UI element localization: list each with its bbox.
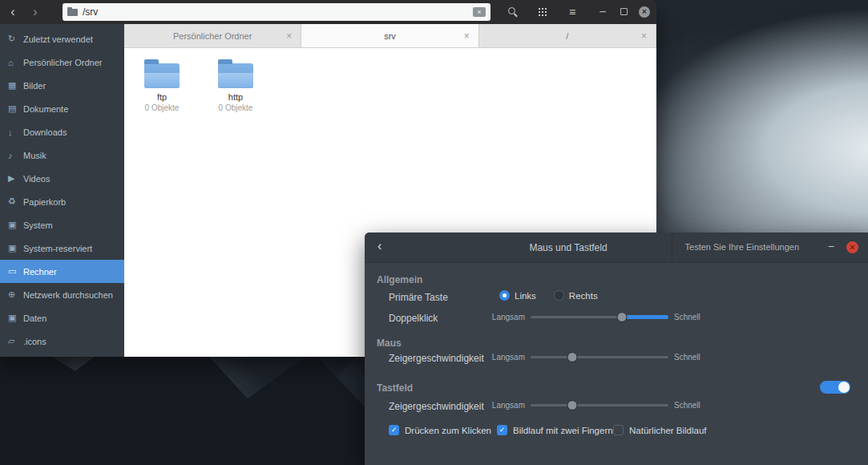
file-item-count: 0 Objekte: [205, 103, 266, 112]
test-settings-button[interactable]: Testen Sie Ihre Einstellungen: [672, 232, 812, 263]
sidebar-item-music[interactable]: ♪ Musik: [0, 144, 124, 167]
trash-icon: ♻: [8, 196, 23, 207]
sidebar-item-system[interactable]: ▣ System: [0, 213, 124, 237]
natural-scroll-option[interactable]: Natürlicher Bildlauf: [613, 425, 707, 435]
sidebar-item-data[interactable]: ▣ Daten: [0, 306, 124, 330]
documents-icon: ▤: [8, 103, 23, 114]
radio-left[interactable]: [499, 290, 510, 301]
slider-knob[interactable]: [567, 352, 577, 362]
slider-knob[interactable]: [567, 400, 577, 410]
disk-icon: ▣: [8, 313, 23, 323]
sidebar-item-label: Videos: [23, 174, 50, 184]
sidebar-item-label: Bilder: [23, 81, 46, 91]
section-heading-mouse: Maus: [377, 338, 402, 349]
touchpad-speed-slider-row: Langsam Schnell: [491, 400, 700, 410]
tab-srv[interactable]: srv ×: [301, 24, 478, 47]
mouse-touchpad-settings-window: ‹ Maus und Tastfeld Testen Sie Ihre Eins…: [365, 232, 868, 465]
slider-slow-label: Langsam: [491, 313, 525, 321]
tap-to-click-checkbox[interactable]: [389, 425, 399, 435]
sidebar-item-label: Rechner: [23, 267, 57, 277]
tab-close-icon[interactable]: ×: [464, 30, 470, 42]
slider-track: [531, 404, 668, 406]
tab-root[interactable]: / ×: [479, 24, 656, 47]
folder-icon: [218, 63, 253, 88]
sidebar-item-label: Downloads: [23, 127, 67, 137]
back-button[interactable]: ‹: [5, 0, 21, 24]
sidebar-item-videos[interactable]: ▶ Videos: [0, 167, 124, 190]
sidebar-item-trash[interactable]: ♻ Papierkorb: [0, 190, 124, 213]
touchpad-speed-slider[interactable]: [531, 400, 668, 410]
sidebar-item-label: Zuletzt verwendet: [23, 34, 93, 44]
tap-to-click-option[interactable]: Drücken zum Klicken: [389, 425, 491, 435]
path-bar-input[interactable]: /srv: [63, 3, 491, 21]
close-button[interactable]: [846, 241, 858, 253]
two-finger-scroll-checkbox[interactable]: [497, 425, 507, 435]
network-icon: ⊕: [8, 289, 23, 300]
slider-slow-label: Langsam: [491, 353, 525, 362]
tap-to-click-label: Drücken zum Klicken: [405, 426, 491, 435]
sidebar-item-documents[interactable]: ▤ Dokumente: [0, 97, 124, 120]
downloads-icon: ↓: [8, 127, 23, 137]
radio-left-label[interactable]: Links: [515, 291, 536, 301]
tab-bar: Persönlicher Ordner × srv × / ×: [124, 24, 656, 48]
sidebar-item-pictures[interactable]: ▦ Bilder: [0, 74, 124, 97]
tab-home[interactable]: Persönlicher Ordner ×: [124, 24, 301, 47]
sidebar-item-home[interactable]: ⌂ Persönlicher Ordner: [0, 51, 124, 74]
doubleclick-label: Doppelklick: [389, 313, 438, 324]
two-finger-scroll-option[interactable]: Bildlauf mit zwei Fingern: [497, 425, 613, 435]
radio-right-label[interactable]: Rechts: [569, 291, 598, 301]
grid-view-icon[interactable]: [539, 8, 540, 10]
tab-close-icon[interactable]: ×: [286, 30, 292, 42]
forward-button[interactable]: ›: [27, 0, 43, 24]
natural-scroll-label: Natürlicher Bildlauf: [629, 426, 707, 435]
minimize-button[interactable]: −: [828, 240, 834, 253]
sidebar-item-label: Papierkorb: [23, 197, 66, 207]
sidebar-item-recent[interactable]: ↻ Zuletzt verwendet: [0, 27, 124, 51]
radio-right[interactable]: [554, 290, 564, 301]
natural-scroll-checkbox[interactable]: [613, 425, 624, 435]
computer-icon: ▭: [8, 266, 23, 277]
sidebar-item-label: System-reserviert: [23, 244, 92, 253]
mouse-speed-slider[interactable]: [531, 352, 668, 362]
slider-knob[interactable]: [616, 312, 627, 322]
sidebar-item-network[interactable]: ⊕ Netzwerk durchsuchen: [0, 283, 124, 306]
mouse-speed-slider-row: Langsam Schnell: [491, 352, 700, 362]
search-icon[interactable]: [508, 7, 515, 14]
doubleclick-slider[interactable]: [531, 312, 668, 322]
settings-header: ‹ Maus und Tastfeld Testen Sie Ihre Eins…: [365, 232, 868, 263]
primary-button-radio-group: Links Rechts: [499, 290, 616, 301]
sidebar-item-computer[interactable]: ▭ Rechner: [0, 260, 124, 283]
back-button[interactable]: ‹: [377, 239, 382, 253]
sidebar-item-label: Musik: [23, 151, 46, 160]
touchpad-enable-switch[interactable]: [820, 381, 850, 394]
clear-path-icon[interactable]: [473, 7, 486, 17]
sidebar-item-downloads[interactable]: ↓ Downloads: [0, 120, 124, 144]
minimize-button[interactable]: −: [595, 0, 611, 24]
file-name: ftp: [131, 92, 192, 102]
menu-button[interactable]: ≡: [564, 0, 580, 24]
sidebar-item-label: System: [23, 220, 53, 230]
slider-fill: [622, 315, 668, 319]
slider-fast-label: Schnell: [674, 313, 700, 321]
mouse-pointer-speed-label: Zeigergeschwindigkeit: [389, 353, 484, 364]
switch-knob: [838, 382, 850, 393]
file-item-http[interactable]: http 0 Objekte: [205, 58, 266, 112]
slider-fast-label: Schnell: [674, 353, 700, 362]
section-heading-general: Allgemein: [377, 274, 422, 285]
file-item-ftp[interactable]: ftp 0 Objekte: [131, 58, 192, 112]
sidebar-item-label: .icons: [23, 337, 46, 346]
tab-close-icon[interactable]: ×: [641, 30, 647, 42]
slider-fast-label: Schnell: [674, 401, 700, 410]
path-text: /srv: [83, 6, 473, 18]
slider-slow-label: Langsam: [491, 401, 525, 410]
section-heading-touchpad: Tastfeld: [377, 382, 413, 394]
tab-label: /: [566, 31, 568, 41]
disk-icon: ▣: [8, 220, 23, 230]
folder-icon: ▱: [8, 336, 23, 346]
sidebar-item-icons-folder[interactable]: ▱ .icons: [0, 330, 124, 353]
maximize-button[interactable]: [620, 8, 628, 15]
settings-title: Maus und Tastfeld: [461, 242, 676, 253]
sidebar-item-system-reserved[interactable]: ▣ System-reserviert: [0, 237, 124, 260]
home-icon: ⌂: [8, 58, 23, 67]
close-button[interactable]: [639, 6, 650, 18]
